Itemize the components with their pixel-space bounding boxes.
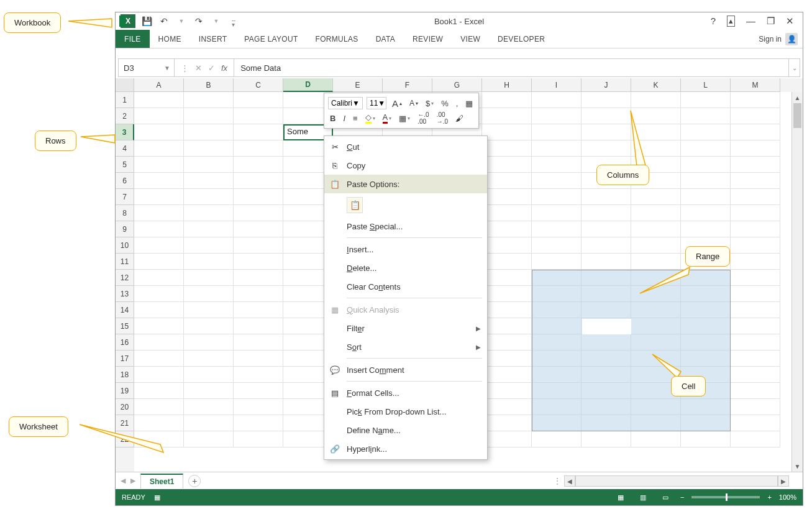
percent-button[interactable]: % xyxy=(439,99,450,108)
cell[interactable] xyxy=(582,237,631,254)
row-header-15[interactable]: 15 xyxy=(116,318,134,334)
cell[interactable] xyxy=(234,140,283,157)
cell[interactable] xyxy=(482,286,532,302)
cell[interactable] xyxy=(532,205,582,221)
cell[interactable] xyxy=(482,237,532,254)
cell[interactable] xyxy=(482,108,532,124)
cm-paste-special[interactable]: Paste Special... xyxy=(324,217,487,236)
ribbon-tab-formulas[interactable]: FORMULAS xyxy=(307,30,367,48)
cell[interactable] xyxy=(234,431,283,447)
sheet-nav-prev[interactable]: ◀ xyxy=(121,477,125,485)
cell[interactable] xyxy=(134,237,184,254)
cell[interactable] xyxy=(532,189,582,205)
cell[interactable] xyxy=(184,334,234,351)
cell[interactable] xyxy=(134,367,184,383)
cell[interactable] xyxy=(184,140,234,157)
row-header-12[interactable]: 12 xyxy=(116,270,134,286)
paste-option-default[interactable]: 📋 xyxy=(347,197,363,213)
cell[interactable] xyxy=(582,124,631,140)
cell[interactable] xyxy=(532,157,582,173)
cell[interactable] xyxy=(731,237,780,254)
cell[interactable] xyxy=(731,351,780,367)
cell[interactable] xyxy=(134,221,184,237)
cell[interactable] xyxy=(184,286,234,302)
cell[interactable] xyxy=(134,334,184,351)
cell[interactable] xyxy=(631,205,681,221)
formula-input[interactable] xyxy=(234,59,788,76)
name-box[interactable]: D3 ▼ xyxy=(119,59,175,76)
cell[interactable] xyxy=(532,140,582,157)
cell[interactable] xyxy=(731,334,780,351)
col-header-b[interactable]: B xyxy=(184,78,234,92)
redo-dropdown[interactable]: ▼ xyxy=(210,15,222,27)
row-header-9[interactable]: 9 xyxy=(116,221,134,237)
cell[interactable] xyxy=(134,157,184,173)
cell[interactable] xyxy=(234,270,283,286)
cell[interactable] xyxy=(731,221,780,237)
cell[interactable] xyxy=(731,399,780,415)
row-header-1[interactable]: 1 xyxy=(116,92,134,108)
cell[interactable] xyxy=(482,140,532,157)
scroll-thumb[interactable] xyxy=(793,103,801,128)
ribbon-tab-view[interactable]: VIEW xyxy=(452,30,489,48)
cell[interactable] xyxy=(482,124,532,140)
close-button[interactable]: ✕ xyxy=(786,16,794,27)
cell[interactable] xyxy=(234,318,283,334)
cell[interactable] xyxy=(234,221,283,237)
cell[interactable] xyxy=(134,108,184,124)
fill-color-button[interactable]: ◇▾ xyxy=(363,112,377,124)
currency-button[interactable]: $▾ xyxy=(424,99,436,108)
zoom-level[interactable]: 100% xyxy=(779,493,796,501)
cell[interactable] xyxy=(731,124,780,140)
shrink-font-button[interactable]: A▾ xyxy=(408,99,420,108)
hscroll-right-button[interactable]: ▶ xyxy=(778,475,789,487)
ribbon-tab-home[interactable]: HOME xyxy=(150,30,190,48)
cell[interactable] xyxy=(681,157,731,173)
font-color-button[interactable]: A▾ xyxy=(381,112,394,124)
cell[interactable] xyxy=(582,92,631,108)
cell[interactable] xyxy=(234,254,283,270)
cell[interactable] xyxy=(681,205,731,221)
italic-button[interactable]: I xyxy=(341,114,347,123)
vertical-scrollbar[interactable]: ▲ ▼ xyxy=(791,92,803,472)
cell[interactable] xyxy=(681,108,731,124)
col-header-h[interactable]: H xyxy=(482,78,532,92)
cell[interactable] xyxy=(482,221,532,237)
cell[interactable] xyxy=(184,399,234,415)
cell[interactable] xyxy=(234,108,283,124)
format-painter-button[interactable]: 🖌 xyxy=(454,114,465,123)
cell[interactable] xyxy=(482,189,532,205)
cm-cut[interactable]: ✂Cut xyxy=(324,137,487,156)
restore-button[interactable]: ❐ xyxy=(767,16,775,27)
cell[interactable] xyxy=(234,399,283,415)
name-box-dropdown-icon[interactable]: ▼ xyxy=(164,65,170,71)
cell[interactable] xyxy=(731,270,780,286)
cell[interactable] xyxy=(731,367,780,383)
cell[interactable] xyxy=(532,237,582,254)
cell[interactable] xyxy=(582,108,631,124)
col-header-m[interactable]: M xyxy=(731,78,780,92)
cm-sort[interactable]: Sort▶ xyxy=(324,337,487,356)
cell[interactable] xyxy=(482,92,532,108)
cell[interactable] xyxy=(134,124,184,140)
cell[interactable] xyxy=(731,318,780,334)
font-size-dropdown[interactable]: 11▼ xyxy=(367,97,386,109)
row-header-10[interactable]: 10 xyxy=(116,237,134,254)
cell[interactable] xyxy=(532,221,582,237)
cell[interactable] xyxy=(134,173,184,189)
cell[interactable] xyxy=(234,124,283,140)
cell[interactable] xyxy=(532,173,582,189)
col-header-k[interactable]: K xyxy=(631,78,681,92)
cell[interactable] xyxy=(731,157,780,173)
cm-filter[interactable]: Filter▶ xyxy=(324,319,487,337)
hscroll-left-button[interactable]: ◀ xyxy=(564,475,575,487)
cell[interactable] xyxy=(134,270,184,286)
cell[interactable] xyxy=(184,302,234,318)
cell[interactable] xyxy=(184,415,234,431)
cell[interactable] xyxy=(234,302,283,318)
cell[interactable] xyxy=(234,173,283,189)
cell[interactable] xyxy=(482,157,532,173)
cell[interactable] xyxy=(184,108,234,124)
cell[interactable] xyxy=(134,189,184,205)
sheet-nav-next[interactable]: ▶ xyxy=(130,477,135,485)
